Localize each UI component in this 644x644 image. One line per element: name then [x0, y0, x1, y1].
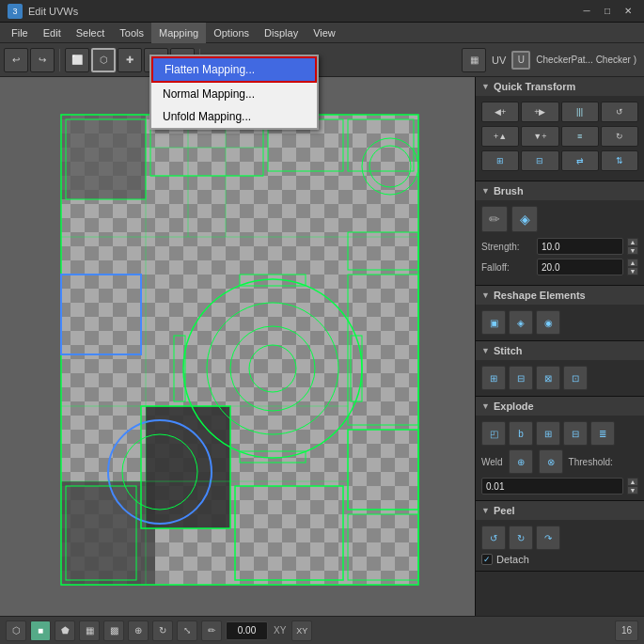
menu-bar: File Edit Select Tools Mapping Options D… — [0, 23, 644, 43]
reshape-arrow: ▼ — [481, 291, 490, 300]
status-scale[interactable]: ⤡ — [177, 620, 197, 641]
strength-spinner: ▲ ▼ — [627, 238, 638, 255]
peel-section: ▼ Peel ↺ ↻ ↷ ✓ Detach — [476, 501, 644, 572]
menu-mapping[interactable]: Mapping — [151, 23, 206, 43]
minimize-button[interactable]: ─ — [578, 5, 595, 18]
reshape-header[interactable]: ▼ Reshape Elements — [476, 286, 644, 305]
menu-select[interactable]: Select — [69, 23, 113, 43]
uv-label: UV — [488, 55, 510, 66]
menu-view[interactable]: View — [306, 23, 343, 43]
strength-value[interactable]: 10.0 — [537, 238, 623, 255]
brush-tool-row: ✏ ◈ — [481, 206, 638, 232]
qt-move-up[interactable]: +▲ — [481, 126, 519, 147]
menu-tools[interactable]: Tools — [112, 23, 151, 43]
falloff-spinner: ▲ ▼ — [627, 259, 638, 275]
stitch-btn-2[interactable]: ⊟ — [509, 366, 533, 390]
peel-btn-1[interactable]: ↺ — [481, 526, 506, 550]
window-title: Edit UVWs — [28, 6, 578, 17]
qt-flip-v[interactable]: ⇅ — [601, 150, 638, 171]
close-button[interactable]: ✕ — [620, 5, 636, 18]
qt-row-2: +▲ ▼+ ≡ ↻ — [481, 126, 638, 147]
explode-btn-2[interactable]: b — [509, 421, 533, 446]
toolbar: ↩ ↪ ⬜ ⬡ ✚ ↻ ⤡ ▦ UV U CheckerPat... Check… — [0, 43, 644, 77]
tb-redo[interactable]: ↪ — [30, 48, 55, 72]
qt-snap[interactable]: ⊞ — [481, 150, 519, 171]
brush-tool-2[interactable]: ◈ — [511, 206, 538, 232]
quick-transform-header[interactable]: ▼ Quick Transform — [476, 77, 644, 96]
qt-flip-h[interactable]: ⇄ — [561, 150, 599, 171]
status-paint[interactable]: ✏ — [201, 620, 222, 641]
stitch-header[interactable]: ▼ Stitch — [476, 341, 644, 360]
menu-display[interactable]: Display — [257, 23, 306, 43]
normal-mapping-item[interactable]: Normal Mapping... — [151, 83, 317, 105]
explode-btn-5[interactable]: ≣ — [590, 421, 615, 446]
qt-move-down[interactable]: ▼+ — [521, 126, 558, 147]
unfold-mapping-item[interactable]: Unfold Mapping... — [151, 105, 317, 128]
status-nav-3[interactable]: ⬟ — [55, 620, 75, 641]
tb-select-rect[interactable]: ⬜ — [65, 48, 89, 72]
threshold-down[interactable]: ▼ — [627, 486, 638, 495]
flatten-mapping-item[interactable]: Flatten Mapping... — [151, 56, 317, 83]
status-grid-2[interactable]: ▩ — [103, 620, 124, 641]
status-move[interactable]: ⊕ — [128, 620, 149, 641]
status-grid[interactable]: ▦ — [79, 620, 100, 641]
qt-move-right[interactable]: +▶ — [521, 102, 558, 122]
tb-select-poly[interactable]: ⬡ — [91, 48, 116, 72]
threshold-spinner: ▲ ▼ — [627, 478, 638, 495]
explode-btn-4[interactable]: ⊟ — [563, 421, 588, 446]
reshape-btn-2[interactable]: ◈ — [509, 310, 533, 335]
qt-rotate-ccw[interactable]: ↺ — [601, 102, 638, 122]
status-nav-2[interactable]: ■ — [30, 620, 51, 641]
explode-header[interactable]: ▼ Explode — [476, 397, 644, 416]
stitch-btn-4[interactable]: ⊡ — [563, 366, 588, 390]
menu-file[interactable]: File — [4, 23, 36, 43]
tb-undo[interactable]: ↩ — [4, 48, 28, 72]
mapping-dropdown: Flatten Mapping... Normal Mapping... Unf… — [149, 55, 319, 130]
brush-tool-1[interactable]: ✏ — [481, 206, 508, 232]
menu-edit[interactable]: Edit — [36, 23, 69, 43]
qt-rotate-cw[interactable]: ↻ — [601, 126, 638, 147]
tb-checker-toggle[interactable]: ▦ — [462, 48, 486, 72]
uv-viewport[interactable] — [0, 77, 475, 616]
peel-btn-3[interactable]: ↷ — [536, 526, 560, 550]
falloff-value[interactable]: 20.0 — [537, 259, 623, 275]
reshape-btn-1[interactable]: ▣ — [481, 310, 506, 335]
tb-move[interactable]: ✚ — [118, 48, 142, 72]
threshold-row: 0.01 ▲ ▼ — [481, 478, 638, 495]
strength-down[interactable]: ▼ — [627, 246, 638, 255]
stitch-btn-1[interactable]: ⊞ — [481, 366, 506, 390]
qt-arrow: ▼ — [481, 82, 490, 91]
status-nav-1[interactable]: ⬡ — [6, 620, 26, 641]
strength-up[interactable]: ▲ — [627, 238, 638, 246]
weld-btn-1[interactable]: ⊕ — [509, 449, 533, 474]
peel-header[interactable]: ▼ Peel — [476, 501, 644, 520]
peel-btn-2[interactable]: ↻ — [509, 526, 533, 550]
weld-btn-2[interactable]: ⊗ — [539, 449, 563, 474]
qt-scale-h[interactable]: ||| — [561, 102, 599, 122]
status-rotate[interactable]: ↻ — [152, 620, 173, 641]
qt-move-left[interactable]: ◀+ — [481, 102, 519, 122]
threshold-value[interactable]: 0.01 — [481, 478, 623, 495]
zoom-btn[interactable]: 16 — [615, 620, 638, 641]
explode-btn-3[interactable]: ⊞ — [536, 421, 560, 446]
status-x-input[interactable] — [226, 621, 268, 640]
peel-icons: ↺ ↻ ↷ — [481, 526, 638, 550]
weld-label: Weld — [481, 457, 503, 467]
tb-uv-mode[interactable]: U — [511, 51, 530, 70]
brush-header[interactable]: ▼ Brush — [476, 181, 644, 200]
detach-checkbox[interactable]: ✓ — [481, 554, 493, 565]
qt-align-h[interactable]: ⊟ — [521, 150, 558, 171]
title-bar: 3 Edit UVWs ─ □ ✕ — [0, 0, 644, 23]
stitch-btn-3[interactable]: ⊠ — [536, 366, 560, 390]
explode-content: ◰ b ⊞ ⊟ ≣ Weld ⊕ ⊗ Threshold: 0.01 ▲ ▼ — [476, 416, 644, 500]
qt-scale-v[interactable]: ≡ — [561, 126, 599, 147]
threshold-up[interactable]: ▲ — [627, 478, 638, 486]
status-xy-btn[interactable]: XY — [291, 620, 312, 641]
reshape-btn-3[interactable]: ◉ — [536, 310, 560, 335]
falloff-down[interactable]: ▼ — [627, 267, 638, 275]
maximize-button[interactable]: □ — [599, 5, 616, 18]
falloff-up[interactable]: ▲ — [627, 259, 638, 267]
menu-options[interactable]: Options — [206, 23, 257, 43]
explode-btn-1[interactable]: ◰ — [481, 421, 506, 446]
stitch-section: ▼ Stitch ⊞ ⊟ ⊠ ⊡ — [476, 341, 644, 397]
